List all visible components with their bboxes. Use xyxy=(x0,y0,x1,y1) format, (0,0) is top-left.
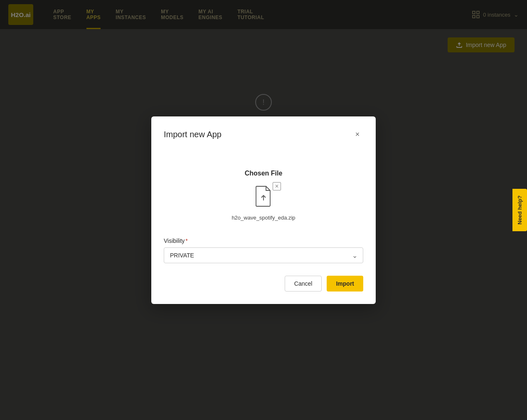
visibility-select[interactable]: PRIVATE PUBLIC xyxy=(164,247,363,263)
import-modal: Import new App × Chosen File ✕ h2o_wave_… xyxy=(151,116,376,304)
modal-overlay[interactable]: Import new App × Chosen File ✕ h2o_wave_… xyxy=(0,0,527,420)
visibility-section: Visibility* PRIVATE PUBLIC ⌄ xyxy=(164,237,363,263)
file-upload-icon xyxy=(254,185,273,207)
chosen-file-label: Chosen File xyxy=(245,170,283,177)
file-icon-wrapper: ✕ xyxy=(254,185,273,209)
file-remove-button[interactable]: ✕ xyxy=(273,182,281,190)
cancel-button[interactable]: Cancel xyxy=(285,276,322,292)
visibility-label: Visibility* xyxy=(164,237,363,244)
chosen-file-section: Chosen File ✕ h2o_wave_spotify_eda.zip xyxy=(164,153,363,237)
modal-close-button[interactable]: × xyxy=(352,129,363,141)
need-help-button[interactable]: Need help? xyxy=(512,189,527,231)
modal-footer: Cancel Import xyxy=(164,276,363,292)
required-indicator: * xyxy=(185,237,187,244)
modal-header: Import new App × xyxy=(164,129,363,141)
import-button[interactable]: Import xyxy=(327,276,363,292)
modal-title: Import new App xyxy=(164,130,222,139)
file-name: h2o_wave_spotify_eda.zip xyxy=(231,215,295,221)
visibility-select-wrapper: PRIVATE PUBLIC ⌄ xyxy=(164,247,363,263)
